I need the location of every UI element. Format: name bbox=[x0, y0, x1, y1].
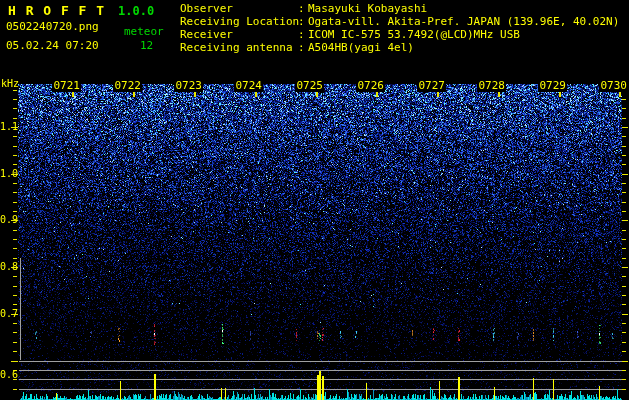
x-tick-label: 0730 bbox=[599, 80, 628, 92]
x-tick-label: 0724 bbox=[234, 80, 263, 92]
spectrogram-canvas bbox=[0, 0, 629, 400]
app-version: 1.0.0 bbox=[118, 4, 154, 18]
info-row-receiver: Receiver:ICOM IC-575 53.7492(@LCD)MHz US… bbox=[180, 28, 619, 41]
info-label: Receiver bbox=[180, 28, 298, 41]
x-tick-label: 0728 bbox=[477, 80, 506, 92]
info-separator: : bbox=[298, 41, 308, 54]
info-separator: : bbox=[298, 28, 308, 41]
info-row-location: Receiving Location:Ogata-vill. Akita-Pre… bbox=[180, 15, 619, 28]
info-separator: : bbox=[298, 2, 308, 15]
x-tick-label: 0726 bbox=[356, 80, 385, 92]
info-value: A504HB(yagi 4el) bbox=[308, 41, 414, 54]
info-value: ICOM IC-575 53.7492(@LCD)MHz USB bbox=[308, 28, 520, 41]
hrofft-screen: H R O F F T 1.0.0 0502240720.png meteor … bbox=[0, 0, 629, 400]
y-tick-label: 1.1 bbox=[0, 121, 14, 132]
meteor-count: 12 bbox=[140, 40, 153, 52]
x-tick-label: 0723 bbox=[174, 80, 203, 92]
x-tick-label: 0722 bbox=[113, 80, 142, 92]
info-value: Masayuki Kobayashi bbox=[308, 2, 427, 15]
y-tick-label: 1.0 bbox=[0, 168, 14, 179]
info-label: Receiving antenna bbox=[180, 41, 298, 54]
app-title: H R O F F T bbox=[8, 3, 105, 18]
y-tick-label: 0.8 bbox=[0, 261, 14, 272]
y-tick-label: 0.7 bbox=[0, 308, 14, 319]
info-label: Observer bbox=[180, 2, 298, 15]
station-info: Observer:Masayuki Kobayashi Receiving Lo… bbox=[180, 2, 619, 54]
x-tick-label: 0721 bbox=[52, 80, 81, 92]
x-tick-label: 0727 bbox=[417, 80, 446, 92]
datetime-label: 05.02.24 07:20 bbox=[6, 40, 99, 52]
mode-label: meteor bbox=[124, 26, 164, 38]
info-value: Ogata-vill. Akita-Pref. JAPAN (139.96E, … bbox=[308, 15, 619, 28]
y-tick-label: 0.9 bbox=[0, 214, 14, 225]
info-row-observer: Observer:Masayuki Kobayashi bbox=[180, 2, 619, 15]
y-tick-label: 0.6 bbox=[0, 369, 14, 380]
info-row-antenna: Receiving antenna:A504HB(yagi 4el) bbox=[180, 41, 619, 54]
x-tick-label: 0725 bbox=[295, 80, 324, 92]
x-tick-label: 0729 bbox=[538, 80, 567, 92]
output-filename: 0502240720.png bbox=[6, 21, 99, 33]
info-label: Receiving Location bbox=[180, 15, 298, 28]
y-axis-unit: kHz bbox=[1, 78, 19, 89]
info-separator: : bbox=[298, 15, 308, 28]
